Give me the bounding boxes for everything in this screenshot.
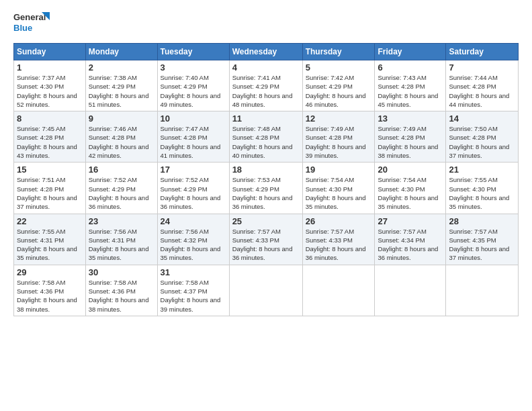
header-monday: Monday <box>85 44 157 60</box>
day-number: 25 <box>232 216 300 226</box>
day-detail: Sunrise: 7:41 AMSunset: 4:29 PMDaylight:… <box>232 74 293 108</box>
day-detail: Sunrise: 7:58 AMSunset: 4:36 PMDaylight:… <box>89 279 149 313</box>
day-detail: Sunrise: 7:47 AMSunset: 4:28 PMDaylight:… <box>161 125 221 159</box>
day-detail: Sunrise: 7:50 AMSunset: 4:28 PMDaylight:… <box>449 125 509 159</box>
day-number: 30 <box>89 267 154 277</box>
day-number: 6 <box>378 62 443 73</box>
calendar-cell: 26 Sunrise: 7:57 AMSunset: 4:33 PMDaylig… <box>302 214 375 265</box>
logo-svg: General Blue <box>13 11 54 36</box>
calendar-cell: 4 Sunrise: 7:41 AMSunset: 4:29 PMDayligh… <box>229 60 302 111</box>
day-detail: Sunrise: 7:55 AMSunset: 4:30 PMDaylight:… <box>449 176 509 210</box>
calendar-cell: 15 Sunrise: 7:51 AMSunset: 4:28 PMDaylig… <box>14 163 86 214</box>
day-number: 24 <box>161 216 226 226</box>
calendar-cell <box>229 265 302 316</box>
day-number: 2 <box>89 62 154 73</box>
day-detail: Sunrise: 7:56 AMSunset: 4:32 PMDaylight:… <box>161 228 221 262</box>
calendar-cell: 2 Sunrise: 7:38 AMSunset: 4:29 PMDayligh… <box>85 60 157 111</box>
day-detail: Sunrise: 7:49 AMSunset: 4:28 PMDaylight:… <box>306 125 366 159</box>
day-detail: Sunrise: 7:54 AMSunset: 4:30 PMDaylight:… <box>306 176 366 210</box>
day-detail: Sunrise: 7:51 AMSunset: 4:28 PMDaylight:… <box>17 176 77 210</box>
day-number: 18 <box>232 165 300 175</box>
calendar-cell: 17 Sunrise: 7:52 AMSunset: 4:29 PMDaylig… <box>157 163 229 214</box>
calendar-body: 1 Sunrise: 7:37 AMSunset: 4:30 PMDayligh… <box>14 60 519 316</box>
week-row-3: 15 Sunrise: 7:51 AMSunset: 4:28 PMDaylig… <box>14 163 519 214</box>
day-detail: Sunrise: 7:56 AMSunset: 4:31 PMDaylight:… <box>89 228 149 262</box>
day-number: 23 <box>89 216 154 226</box>
day-number: 29 <box>17 267 83 277</box>
calendar-cell: 22 Sunrise: 7:55 AMSunset: 4:31 PMDaylig… <box>14 214 86 265</box>
calendar-cell: 20 Sunrise: 7:54 AMSunset: 4:30 PMDaylig… <box>375 163 446 214</box>
day-number: 3 <box>161 62 226 73</box>
day-number: 17 <box>161 165 226 175</box>
calendar-cell: 3 Sunrise: 7:40 AMSunset: 4:29 PMDayligh… <box>157 60 229 111</box>
calendar-cell: 25 Sunrise: 7:57 AMSunset: 4:33 PMDaylig… <box>229 214 302 265</box>
logo: General Blue <box>13 11 54 36</box>
page: General Blue SundayMondayTuesdayWednesda… <box>0 0 532 411</box>
calendar-cell: 8 Sunrise: 7:45 AMSunset: 4:28 PMDayligh… <box>14 111 86 163</box>
day-number: 16 <box>89 165 154 175</box>
calendar-cell <box>446 265 519 316</box>
day-number: 27 <box>378 216 443 226</box>
calendar-cell <box>375 265 446 316</box>
calendar-cell: 31 Sunrise: 7:58 AMSunset: 4:37 PMDaylig… <box>157 265 229 316</box>
day-number: 12 <box>306 113 372 124</box>
calendar-cell: 21 Sunrise: 7:55 AMSunset: 4:30 PMDaylig… <box>446 163 519 214</box>
day-detail: Sunrise: 7:57 AMSunset: 4:35 PMDaylight:… <box>449 228 509 262</box>
calendar-cell: 7 Sunrise: 7:44 AMSunset: 4:28 PMDayligh… <box>446 60 519 111</box>
header-tuesday: Tuesday <box>157 44 229 60</box>
header-saturday: Saturday <box>446 44 519 60</box>
calendar-header: SundayMondayTuesdayWednesdayThursdayFrid… <box>14 44 519 60</box>
day-number: 1 <box>17 62 83 73</box>
header: General Blue <box>13 11 519 36</box>
header-thursday: Thursday <box>302 44 375 60</box>
day-detail: Sunrise: 7:42 AMSunset: 4:29 PMDaylight:… <box>306 74 366 108</box>
calendar-cell: 16 Sunrise: 7:52 AMSunset: 4:29 PMDaylig… <box>85 163 157 214</box>
day-number: 22 <box>17 216 83 226</box>
calendar: SundayMondayTuesdayWednesdayThursdayFrid… <box>13 43 519 316</box>
calendar-cell: 23 Sunrise: 7:56 AMSunset: 4:31 PMDaylig… <box>85 214 157 265</box>
day-number: 8 <box>17 113 83 124</box>
day-detail: Sunrise: 7:52 AMSunset: 4:29 PMDaylight:… <box>89 176 149 210</box>
calendar-cell: 10 Sunrise: 7:47 AMSunset: 4:28 PMDaylig… <box>157 111 229 163</box>
day-detail: Sunrise: 7:58 AMSunset: 4:37 PMDaylight:… <box>161 279 221 313</box>
day-number: 9 <box>89 113 154 124</box>
day-number: 11 <box>232 113 300 124</box>
day-number: 28 <box>449 216 515 226</box>
calendar-cell: 12 Sunrise: 7:49 AMSunset: 4:28 PMDaylig… <box>302 111 375 163</box>
calendar-cell: 28 Sunrise: 7:57 AMSunset: 4:35 PMDaylig… <box>446 214 519 265</box>
week-row-5: 29 Sunrise: 7:58 AMSunset: 4:36 PMDaylig… <box>14 265 519 316</box>
calendar-cell: 13 Sunrise: 7:49 AMSunset: 4:28 PMDaylig… <box>375 111 446 163</box>
day-detail: Sunrise: 7:38 AMSunset: 4:29 PMDaylight:… <box>89 74 149 108</box>
day-detail: Sunrise: 7:57 AMSunset: 4:33 PMDaylight:… <box>306 228 366 262</box>
day-number: 14 <box>449 113 515 124</box>
calendar-cell: 6 Sunrise: 7:43 AMSunset: 4:28 PMDayligh… <box>375 60 446 111</box>
day-detail: Sunrise: 7:49 AMSunset: 4:28 PMDaylight:… <box>378 125 438 159</box>
day-number: 26 <box>306 216 372 226</box>
calendar-cell: 27 Sunrise: 7:57 AMSunset: 4:34 PMDaylig… <box>375 214 446 265</box>
day-detail: Sunrise: 7:58 AMSunset: 4:36 PMDaylight:… <box>17 279 77 313</box>
day-number: 20 <box>378 165 443 175</box>
header-row: SundayMondayTuesdayWednesdayThursdayFrid… <box>14 44 519 60</box>
day-number: 31 <box>161 267 226 277</box>
day-detail: Sunrise: 7:48 AMSunset: 4:28 PMDaylight:… <box>232 125 293 159</box>
calendar-cell: 24 Sunrise: 7:56 AMSunset: 4:32 PMDaylig… <box>157 214 229 265</box>
day-detail: Sunrise: 7:57 AMSunset: 4:33 PMDaylight:… <box>232 228 293 262</box>
day-number: 21 <box>449 165 515 175</box>
header-friday: Friday <box>375 44 446 60</box>
day-detail: Sunrise: 7:37 AMSunset: 4:30 PMDaylight:… <box>17 74 77 108</box>
day-number: 5 <box>306 62 372 73</box>
day-number: 4 <box>232 62 300 73</box>
calendar-cell: 19 Sunrise: 7:54 AMSunset: 4:30 PMDaylig… <box>302 163 375 214</box>
day-detail: Sunrise: 7:52 AMSunset: 4:29 PMDaylight:… <box>161 176 221 210</box>
day-detail: Sunrise: 7:55 AMSunset: 4:31 PMDaylight:… <box>17 228 77 262</box>
calendar-cell: 30 Sunrise: 7:58 AMSunset: 4:36 PMDaylig… <box>85 265 157 316</box>
day-detail: Sunrise: 7:54 AMSunset: 4:30 PMDaylight:… <box>378 176 438 210</box>
calendar-cell: 9 Sunrise: 7:46 AMSunset: 4:28 PMDayligh… <box>85 111 157 163</box>
header-wednesday: Wednesday <box>229 44 302 60</box>
day-detail: Sunrise: 7:53 AMSunset: 4:29 PMDaylight:… <box>232 176 293 210</box>
calendar-cell: 1 Sunrise: 7:37 AMSunset: 4:30 PMDayligh… <box>14 60 86 111</box>
day-number: 7 <box>449 62 515 73</box>
week-row-1: 1 Sunrise: 7:37 AMSunset: 4:30 PMDayligh… <box>14 60 519 111</box>
day-detail: Sunrise: 7:44 AMSunset: 4:28 PMDaylight:… <box>449 74 509 108</box>
calendar-cell: 18 Sunrise: 7:53 AMSunset: 4:29 PMDaylig… <box>229 163 302 214</box>
